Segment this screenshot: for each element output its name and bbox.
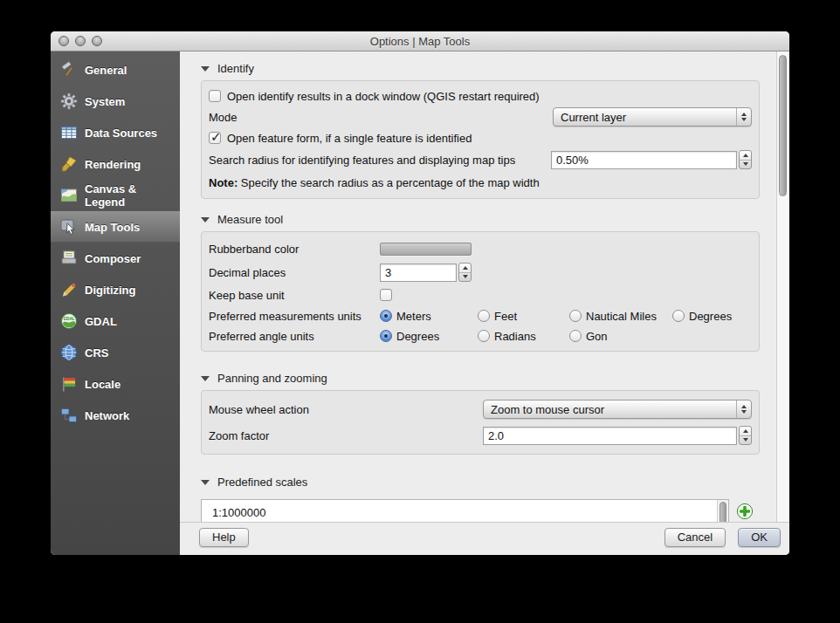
search-radius-input[interactable]: [551, 151, 737, 169]
mouse-wheel-dropdown[interactable]: Zoom to mouse cursor: [483, 400, 752, 419]
collapse-triangle-icon[interactable]: [201, 66, 210, 72]
globe-icon: [59, 343, 79, 362]
predefined-scales-list[interactable]: 1:1000000 1:500000: [201, 499, 729, 522]
radio-meters[interactable]: Meters: [380, 310, 478, 323]
feature-form-label: Open feature form, if a single feature i…: [227, 132, 472, 145]
list-scrollbar-thumb[interactable]: [720, 502, 726, 522]
sidebar-item-label: Data Sources: [85, 127, 157, 140]
mouse-wheel-label: Mouse wheel action: [209, 403, 483, 416]
mouse-wheel-value: Zoom to mouse cursor: [484, 403, 736, 416]
keep-base-unit-checkbox[interactable]: [380, 289, 392, 301]
zoom-factor-stepper[interactable]: [739, 426, 752, 445]
sidebar-item-data-sources[interactable]: Data Sources: [51, 117, 180, 148]
radio-label: Nautical Miles: [586, 310, 657, 323]
close-window-button[interactable]: [59, 36, 69, 46]
identify-group: Open identify results in a dock window (…: [201, 80, 760, 199]
window-title: Options | Map Tools: [370, 35, 470, 48]
radio-button[interactable]: [380, 310, 392, 322]
sidebar-item-composer[interactable]: Composer: [51, 243, 180, 274]
radio-feet[interactable]: Feet: [478, 310, 569, 323]
rubberband-color-button[interactable]: [380, 243, 472, 256]
sidebar-item-label: Network: [85, 409, 129, 422]
chevron-updown-icon: [736, 400, 751, 418]
note-text: Note: Specify the search radius as a per…: [209, 176, 540, 189]
zoom-factor-label: Zoom factor: [209, 429, 483, 442]
options-scroll-area: Identify Open identify results in a dock…: [180, 51, 776, 522]
help-button[interactable]: Help: [199, 528, 249, 547]
collapse-triangle-icon[interactable]: [201, 217, 210, 222]
radio-degrees-angle[interactable]: Degrees: [380, 330, 478, 343]
sidebar-item-canvas-legend[interactable]: Canvas & Legend: [51, 180, 180, 211]
pencil-icon: [59, 280, 79, 299]
main-scrollbar[interactable]: [776, 51, 789, 522]
ok-button[interactable]: OK: [738, 528, 781, 547]
search-radius-stepper[interactable]: [739, 150, 752, 169]
sidebar-item-label: Digitizing: [85, 284, 136, 297]
sidebar-item-label: Rendering: [85, 158, 141, 171]
radio-gon[interactable]: Gon: [569, 330, 608, 343]
section-title: Predefined scales: [217, 476, 307, 489]
radio-button[interactable]: [380, 330, 392, 342]
sidebar-item-crs[interactable]: CRS: [51, 337, 180, 368]
minimize-window-button[interactable]: [75, 36, 86, 46]
radio-nautical-miles[interactable]: Nautical Miles: [569, 310, 672, 323]
sidebar-item-label: Composer: [85, 252, 141, 265]
cancel-button[interactable]: Cancel: [664, 528, 726, 547]
main-scrollbar-thumb[interactable]: [779, 55, 787, 196]
angle-units-label: Preferred angle units: [209, 330, 380, 343]
section-header-measure-tool[interactable]: Measure tool: [201, 213, 776, 226]
mode-dropdown[interactable]: Current layer: [553, 107, 752, 127]
panning-group: Mouse wheel action Zoom to mouse cursor …: [201, 390, 760, 455]
measurement-units-label: Preferred measurements units: [209, 310, 380, 323]
hammer-icon: [59, 60, 79, 79]
dock-window-label: Open identify results in a dock window (…: [227, 90, 540, 103]
scale-list-item[interactable]: 1:1000000: [212, 505, 716, 521]
radio-radians[interactable]: Radians: [478, 330, 569, 343]
decimal-places-input[interactable]: [380, 264, 457, 282]
section-header-scales[interactable]: Predefined scales: [201, 476, 776, 489]
radio-button[interactable]: [672, 310, 685, 322]
sidebar-item-label: Locale: [85, 378, 120, 391]
sidebar-item-gdal[interactable]: GDAL GDAL: [51, 305, 180, 337]
dock-window-checkbox[interactable]: [209, 90, 221, 102]
sidebar-item-digitizing[interactable]: Digitizing: [51, 274, 180, 305]
traffic-lights: [59, 36, 102, 46]
sidebar-item-rendering[interactable]: Rendering: [51, 148, 180, 180]
collapse-triangle-icon[interactable]: [201, 480, 210, 485]
radio-button[interactable]: [478, 310, 490, 322]
scale-list-item[interactable]: 1:500000: [212, 521, 716, 522]
rubberband-color-label: Rubberband color: [209, 243, 380, 256]
zoom-factor-input[interactable]: [483, 427, 737, 445]
sidebar-item-label: GDAL: [85, 315, 117, 328]
radio-label: Gon: [586, 330, 608, 343]
section-header-panning[interactable]: Panning and zooming: [201, 372, 776, 385]
decimal-places-label: Decimal places: [209, 266, 380, 279]
decimal-places-stepper[interactable]: [458, 263, 472, 282]
sidebar-item-map-tools[interactable]: Map Tools: [51, 211, 180, 243]
sidebar-item-system[interactable]: System: [51, 86, 180, 117]
radio-degrees-units[interactable]: Degrees: [672, 310, 732, 323]
flag-icon: [59, 374, 79, 394]
radio-button[interactable]: [569, 330, 582, 342]
radio-label: Meters: [396, 310, 431, 323]
title-bar[interactable]: Options | Map Tools: [51, 31, 789, 51]
add-scale-button[interactable]: [736, 503, 754, 520]
list-scrollbar[interactable]: [717, 500, 728, 522]
section-title: Panning and zooming: [217, 372, 327, 385]
options-dialog: Options | Map Tools General System Data …: [51, 31, 789, 555]
sidebar-item-network[interactable]: Network: [51, 400, 180, 431]
sidebar-item-locale[interactable]: Locale: [51, 368, 180, 400]
radio-button[interactable]: [569, 310, 582, 322]
gdal-icon: GDAL: [59, 312, 79, 331]
radio-button[interactable]: [478, 330, 490, 342]
section-header-identify[interactable]: Identify: [201, 62, 776, 75]
svg-text:GDAL: GDAL: [63, 317, 74, 321]
collapse-triangle-icon[interactable]: [201, 376, 210, 381]
sidebar-item-general[interactable]: General: [51, 54, 180, 86]
network-icon: [59, 406, 79, 425]
search-radius-label: Search radius for identifying features a…: [209, 154, 515, 167]
composer-icon: [59, 249, 79, 268]
feature-form-checkbox[interactable]: [209, 132, 221, 144]
zoom-window-button[interactable]: [92, 36, 102, 46]
radio-label: Radians: [494, 330, 536, 343]
